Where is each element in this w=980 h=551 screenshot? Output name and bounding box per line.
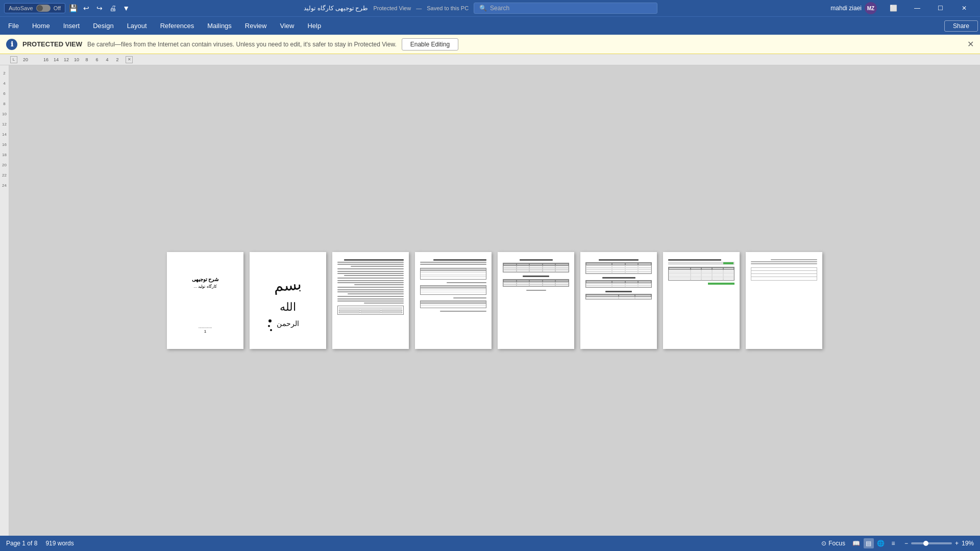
page-thumbnail-3[interactable] (332, 252, 409, 349)
page-thumbnail-6[interactable] (580, 252, 657, 349)
print-icon[interactable]: 🖨 (108, 4, 117, 13)
zoom-control: − + 19% (904, 540, 974, 547)
read-view-icon[interactable]: 📖 (851, 538, 862, 548)
td (635, 297, 651, 299)
table-row (339, 312, 402, 313)
text-line (433, 259, 486, 261)
menu-references[interactable]: References (154, 20, 200, 32)
section-2-title (602, 277, 635, 279)
text-line (337, 291, 404, 292)
save-icon[interactable]: 💾 (68, 4, 78, 13)
protected-message: Be careful—files from the Internet can c… (87, 41, 397, 48)
colored-table (668, 267, 734, 281)
table-row (751, 277, 817, 280)
doc-title: طرح توجیهی کارگاه تولید (304, 5, 368, 12)
page-thumbnail-1[interactable]: شرح توجیهی کارگاه تولید ... ............… (167, 252, 243, 349)
menu-layout[interactable]: Layout (121, 20, 153, 32)
table-row (339, 310, 402, 311)
td (625, 285, 639, 287)
table-header-row (339, 307, 402, 309)
enable-editing-button[interactable]: Enable Editing (402, 38, 458, 51)
page-thumbnail-8[interactable] (746, 252, 822, 349)
second-table (503, 279, 569, 287)
menu-help[interactable]: Help (301, 20, 327, 32)
vruler-14: 14 (2, 129, 7, 139)
outline-table (751, 267, 817, 281)
table-cell (339, 310, 360, 311)
zoom-thumb (923, 541, 928, 546)
zoom-out-icon[interactable]: − (904, 540, 908, 547)
search-bar[interactable]: 🔍 Search (474, 3, 657, 14)
green-accent (723, 262, 733, 264)
vruler-12: 12 (2, 119, 7, 129)
text-line (351, 266, 404, 267)
td (555, 270, 569, 272)
maximize-button[interactable]: ☐ (929, 0, 952, 16)
vruler-10: 10 (2, 109, 7, 119)
page-thumbnail-2[interactable]: بسم الله الرحمن (250, 252, 326, 349)
zoom-in-icon[interactable]: + (955, 540, 959, 547)
focus-icon: ⊙ (821, 540, 826, 547)
undo-icon[interactable]: ↩ (82, 4, 91, 13)
section-label (447, 282, 486, 283)
page-thumbnail-7[interactable] (663, 252, 740, 349)
table-cell (381, 310, 402, 311)
close-button[interactable]: ✕ (952, 0, 976, 16)
text-line (420, 262, 486, 263)
zoom-slider[interactable] (911, 542, 952, 544)
customize-icon[interactable]: ▼ (121, 4, 131, 13)
word-count: 919 words (45, 540, 74, 547)
table-header-green (668, 262, 734, 265)
outline-view-icon[interactable]: ≡ (888, 538, 898, 548)
page-thumbnail-5[interactable] (498, 252, 574, 349)
status-left: Page 1 of 8 919 words (6, 540, 74, 547)
focus-label: Focus (828, 540, 845, 547)
save-status-label: — (416, 5, 422, 11)
svg-point-4 (268, 325, 270, 327)
thumbnails-container: شرح توجیهی کارگاه تولید ... ............… (167, 252, 822, 349)
ruler-corner[interactable]: L (10, 56, 17, 63)
menu-review[interactable]: Review (239, 20, 273, 32)
menu-mailings[interactable]: Mailings (201, 20, 238, 32)
menu-insert[interactable]: Insert (57, 20, 86, 32)
vruler-20: 20 (2, 160, 7, 170)
section-3-table (585, 294, 652, 299)
ribbon-toggle[interactable]: ⬜ (882, 0, 905, 16)
menu-design[interactable]: Design (87, 20, 119, 32)
protected-close-icon[interactable]: ✕ (967, 39, 974, 49)
focus-button[interactable]: ⊙ Focus (821, 540, 845, 547)
document-area: شرح توجیهی کارگاه تولید ... ............… (9, 65, 980, 536)
protected-view-bar: ℹ PROTECTED VIEW Be careful—files from t… (0, 35, 980, 54)
zoom-percentage: 19% (962, 540, 974, 547)
page-thumbnail-4[interactable] (415, 252, 492, 349)
menu-home[interactable]: Home (26, 20, 56, 32)
vruler-4: 4 (3, 78, 5, 88)
text-line (751, 263, 817, 264)
share-button[interactable]: Share (944, 20, 978, 32)
web-view-icon[interactable]: 🌐 (876, 538, 886, 548)
svg-text:الله: الله (280, 300, 296, 313)
redo-icon[interactable]: ↪ (95, 4, 104, 13)
print-view-icon[interactable]: ▤ (864, 538, 874, 548)
table-row (421, 277, 486, 279)
thumb7-content (667, 256, 736, 287)
title-bar: AutoSave Off 💾 ↩ ↪ 🖨 ▼ طرح توجیهی کارگاه… (0, 0, 980, 16)
autosave-badge[interactable]: AutoSave Off (4, 3, 65, 13)
mini-table-area-3 (420, 300, 486, 308)
td (543, 284, 556, 286)
text-line (337, 300, 404, 302)
td (543, 270, 556, 272)
table-cell (360, 312, 381, 313)
td (612, 285, 625, 287)
mini-table-area (337, 306, 404, 315)
mini-table-area-2 (420, 285, 486, 295)
menu-view[interactable]: View (274, 20, 300, 32)
text-line (364, 303, 404, 304)
horizontal-ruler: L 20 16 14 12 10 8 6 4 2 ✕ (0, 54, 980, 65)
menu-file[interactable]: File (2, 20, 25, 32)
td (503, 284, 517, 286)
thumb8-content (750, 256, 818, 286)
minimize-button[interactable]: — (905, 0, 929, 16)
user-avatar[interactable]: MZ (865, 2, 877, 14)
thumb1-title: شرح توجیهی (171, 277, 239, 282)
